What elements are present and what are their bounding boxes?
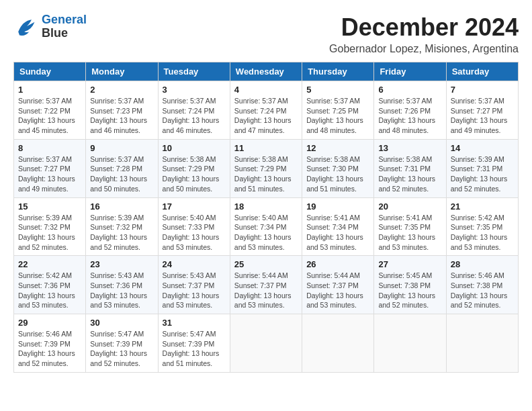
day-info: Sunrise: 5:46 AM Sunset: 7:39 PM Dayligh… [18,329,81,369]
day-info: Sunrise: 5:39 AM Sunset: 7:32 PM Dayligh… [18,213,81,253]
day-number: 7 [451,85,514,95]
day-info: Sunrise: 5:47 AM Sunset: 7:39 PM Dayligh… [90,329,153,369]
week-row-5: 29Sunrise: 5:46 AM Sunset: 7:39 PM Dayli… [14,314,519,373]
calendar-cell: 29Sunrise: 5:46 AM Sunset: 7:39 PM Dayli… [14,314,86,373]
day-number: 9 [90,143,153,153]
week-row-1: 1Sunrise: 5:37 AM Sunset: 7:22 PM Daylig… [14,81,519,140]
logo: General Blue [13,13,87,40]
day-number: 19 [306,201,369,212]
column-header-monday: Monday [86,62,158,81]
day-number: 18 [234,201,298,212]
day-number: 27 [378,259,441,269]
day-info: Sunrise: 5:37 AM Sunset: 7:28 PM Dayligh… [90,154,153,194]
day-number: 20 [378,201,441,212]
day-number: 25 [234,259,298,269]
day-number: 17 [163,201,226,212]
calendar-cell: 12Sunrise: 5:38 AM Sunset: 7:30 PM Dayli… [302,139,374,197]
day-number: 29 [18,318,81,328]
calendar-cell: 28Sunrise: 5:46 AM Sunset: 7:38 PM Dayli… [446,256,518,314]
calendar-cell: 1Sunrise: 5:37 AM Sunset: 7:22 PM Daylig… [14,81,86,140]
calendar-cell: 11Sunrise: 5:38 AM Sunset: 7:29 PM Dayli… [230,139,302,197]
day-info: Sunrise: 5:40 AM Sunset: 7:34 PM Dayligh… [234,213,298,253]
day-number: 1 [18,85,81,95]
calendar-cell: 26Sunrise: 5:44 AM Sunset: 7:37 PM Dayli… [302,256,374,314]
day-info: Sunrise: 5:44 AM Sunset: 7:37 PM Dayligh… [306,271,369,310]
day-number: 28 [451,259,514,269]
day-number: 12 [306,143,369,153]
week-row-4: 22Sunrise: 5:42 AM Sunset: 7:36 PM Dayli… [14,256,519,314]
day-info: Sunrise: 5:43 AM Sunset: 7:37 PM Dayligh… [163,271,226,310]
calendar-cell [302,314,374,373]
day-info: Sunrise: 5:42 AM Sunset: 7:36 PM Dayligh… [18,271,81,310]
day-number: 5 [306,85,369,95]
day-number: 4 [234,85,298,95]
day-number: 21 [451,201,514,212]
day-number: 31 [163,318,226,328]
day-info: Sunrise: 5:38 AM Sunset: 7:29 PM Dayligh… [163,154,226,194]
day-number: 13 [378,143,441,153]
day-info: Sunrise: 5:37 AM Sunset: 7:22 PM Dayligh… [18,96,81,136]
day-number: 24 [163,259,226,269]
day-number: 6 [378,85,441,95]
day-info: Sunrise: 5:39 AM Sunset: 7:32 PM Dayligh… [90,213,153,253]
day-number: 8 [18,143,81,153]
week-row-3: 15Sunrise: 5:39 AM Sunset: 7:32 PM Dayli… [14,197,519,256]
calendar-cell: 22Sunrise: 5:42 AM Sunset: 7:36 PM Dayli… [14,256,86,314]
day-info: Sunrise: 5:40 AM Sunset: 7:33 PM Dayligh… [163,213,226,253]
column-header-wednesday: Wednesday [230,62,302,81]
calendar-cell: 5Sunrise: 5:37 AM Sunset: 7:25 PM Daylig… [302,81,374,140]
calendar-cell: 2Sunrise: 5:37 AM Sunset: 7:23 PM Daylig… [86,81,158,140]
page-subtitle: Gobernador Lopez, Misiones, Argentina [329,43,519,55]
calendar-cell: 25Sunrise: 5:44 AM Sunset: 7:37 PM Dayli… [230,256,302,314]
calendar-cell [446,314,518,373]
column-header-saturday: Saturday [446,62,518,81]
calendar-cell: 17Sunrise: 5:40 AM Sunset: 7:33 PM Dayli… [158,197,230,256]
day-number: 14 [451,143,514,153]
day-info: Sunrise: 5:37 AM Sunset: 7:27 PM Dayligh… [451,96,514,136]
calendar-cell [230,314,302,373]
day-info: Sunrise: 5:47 AM Sunset: 7:39 PM Dayligh… [163,329,226,369]
calendar-cell: 16Sunrise: 5:39 AM Sunset: 7:32 PM Dayli… [86,197,158,256]
day-info: Sunrise: 5:37 AM Sunset: 7:27 PM Dayligh… [18,154,81,194]
day-number: 16 [90,201,153,212]
page-header: General Blue December 2024 Gobernador Lo… [13,13,519,55]
calendar-cell: 7Sunrise: 5:37 AM Sunset: 7:27 PM Daylig… [446,81,518,140]
column-header-thursday: Thursday [302,62,374,81]
day-info: Sunrise: 5:46 AM Sunset: 7:38 PM Dayligh… [451,271,514,310]
calendar-cell: 15Sunrise: 5:39 AM Sunset: 7:32 PM Dayli… [14,197,86,256]
calendar-cell: 8Sunrise: 5:37 AM Sunset: 7:27 PM Daylig… [14,139,86,197]
day-number: 11 [234,143,298,153]
day-number: 23 [90,259,153,269]
day-info: Sunrise: 5:45 AM Sunset: 7:38 PM Dayligh… [378,271,441,310]
calendar-cell: 21Sunrise: 5:42 AM Sunset: 7:35 PM Dayli… [446,197,518,256]
day-number: 3 [163,85,226,95]
calendar-cell: 30Sunrise: 5:47 AM Sunset: 7:39 PM Dayli… [86,314,158,373]
day-number: 30 [90,318,153,328]
logo-icon [13,15,38,39]
day-number: 2 [90,85,153,95]
page-title: December 2024 [329,13,519,42]
calendar-cell: 10Sunrise: 5:38 AM Sunset: 7:29 PM Dayli… [158,139,230,197]
calendar-cell: 18Sunrise: 5:40 AM Sunset: 7:34 PM Dayli… [230,197,302,256]
day-info: Sunrise: 5:37 AM Sunset: 7:25 PM Dayligh… [306,96,369,136]
calendar-cell: 6Sunrise: 5:37 AM Sunset: 7:26 PM Daylig… [374,81,446,140]
calendar-cell: 24Sunrise: 5:43 AM Sunset: 7:37 PM Dayli… [158,256,230,314]
calendar-cell: 14Sunrise: 5:39 AM Sunset: 7:31 PM Dayli… [446,139,518,197]
day-info: Sunrise: 5:41 AM Sunset: 7:35 PM Dayligh… [378,213,441,253]
day-info: Sunrise: 5:44 AM Sunset: 7:37 PM Dayligh… [234,271,298,310]
calendar-table: SundayMondayTuesdayWednesdayThursdayFrid… [13,62,519,373]
week-row-2: 8Sunrise: 5:37 AM Sunset: 7:27 PM Daylig… [14,139,519,197]
calendar-cell: 4Sunrise: 5:37 AM Sunset: 7:24 PM Daylig… [230,81,302,140]
column-header-friday: Friday [374,62,446,81]
logo-text: General Blue [42,13,87,40]
calendar-cell [374,314,446,373]
day-info: Sunrise: 5:39 AM Sunset: 7:31 PM Dayligh… [451,154,514,194]
day-info: Sunrise: 5:41 AM Sunset: 7:34 PM Dayligh… [306,213,369,253]
calendar-cell: 9Sunrise: 5:37 AM Sunset: 7:28 PM Daylig… [86,139,158,197]
day-info: Sunrise: 5:43 AM Sunset: 7:36 PM Dayligh… [90,271,153,310]
day-info: Sunrise: 5:37 AM Sunset: 7:24 PM Dayligh… [234,96,298,136]
column-header-sunday: Sunday [14,62,86,81]
calendar-cell: 23Sunrise: 5:43 AM Sunset: 7:36 PM Dayli… [86,256,158,314]
calendar-cell: 13Sunrise: 5:38 AM Sunset: 7:31 PM Dayli… [374,139,446,197]
column-header-tuesday: Tuesday [158,62,230,81]
